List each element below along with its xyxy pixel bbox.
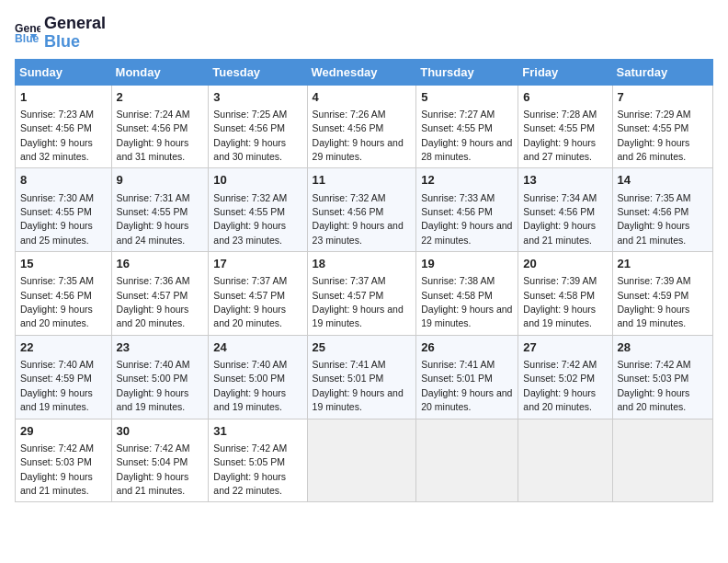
day-number: 17	[213, 256, 301, 272]
weekday-header-row: SundayMondayTuesdayWednesdayThursdayFrid…	[16, 59, 713, 85]
day-info: Sunrise: 7:40 AMSunset: 5:00 PMDaylight:…	[117, 359, 190, 412]
day-info: Sunrise: 7:26 AMSunset: 4:56 PMDaylight:…	[313, 109, 404, 162]
calendar-cell	[416, 419, 518, 502]
calendar-cell: 19 Sunrise: 7:38 AMSunset: 4:58 PMDaylig…	[416, 252, 518, 336]
calendar-week-2: 8 Sunrise: 7:30 AMSunset: 4:55 PMDayligh…	[16, 168, 713, 252]
day-info: Sunrise: 7:42 AMSunset: 5:02 PMDaylight:…	[523, 359, 597, 412]
calendar-cell: 2 Sunrise: 7:24 AMSunset: 4:56 PMDayligh…	[111, 85, 209, 168]
day-number: 15	[20, 256, 107, 272]
calendar-cell	[518, 419, 612, 502]
day-info: Sunrise: 7:31 AMSunset: 4:55 PMDaylight:…	[117, 192, 190, 246]
weekday-header-wednesday: Wednesday	[307, 59, 416, 85]
day-info: Sunrise: 7:42 AMSunset: 5:05 PMDaylight:…	[213, 442, 287, 496]
day-number: 6	[523, 89, 607, 106]
calendar-cell: 29 Sunrise: 7:42 AMSunset: 5:03 PMDaylig…	[16, 419, 112, 502]
calendar-cell: 11 Sunrise: 7:32 AMSunset: 4:56 PMDaylig…	[307, 168, 416, 252]
day-info: Sunrise: 7:37 AMSunset: 4:57 PMDaylight:…	[313, 275, 404, 328]
svg-text:Blue: Blue	[15, 32, 40, 45]
day-info: Sunrise: 7:35 AMSunset: 4:56 PMDaylight:…	[618, 192, 691, 246]
day-number: 12	[421, 172, 513, 189]
calendar-cell: 15 Sunrise: 7:35 AMSunset: 4:56 PMDaylig…	[16, 252, 112, 336]
logo-text: General Blue	[44, 15, 106, 52]
day-number: 28	[618, 339, 708, 356]
day-info: Sunrise: 7:32 AMSunset: 4:55 PMDaylight:…	[213, 192, 287, 246]
day-info: Sunrise: 7:23 AMSunset: 4:56 PMDaylight:…	[20, 109, 94, 162]
day-info: Sunrise: 7:27 AMSunset: 4:55 PMDaylight:…	[421, 109, 512, 162]
calendar-cell: 25 Sunrise: 7:41 AMSunset: 5:01 PMDaylig…	[307, 335, 416, 419]
day-info: Sunrise: 7:32 AMSunset: 4:56 PMDaylight:…	[313, 192, 404, 246]
day-number: 25	[313, 339, 412, 356]
weekday-header-thursday: Thursday	[416, 59, 518, 85]
weekday-header-tuesday: Tuesday	[209, 59, 307, 85]
logo-icon: General Blue	[15, 20, 40, 46]
day-info: Sunrise: 7:42 AMSunset: 5:03 PMDaylight:…	[20, 442, 94, 496]
day-info: Sunrise: 7:37 AMSunset: 4:57 PMDaylight:…	[213, 275, 287, 328]
calendar-week-4: 22 Sunrise: 7:40 AMSunset: 4:59 PMDaylig…	[16, 335, 713, 419]
day-info: Sunrise: 7:41 AMSunset: 5:01 PMDaylight:…	[421, 359, 512, 412]
calendar-table: SundayMondayTuesdayWednesdayThursdayFrid…	[15, 59, 713, 503]
calendar-cell: 12 Sunrise: 7:33 AMSunset: 4:56 PMDaylig…	[416, 168, 518, 252]
calendar-cell: 3 Sunrise: 7:25 AMSunset: 4:56 PMDayligh…	[209, 85, 307, 168]
calendar-cell: 8 Sunrise: 7:30 AMSunset: 4:55 PMDayligh…	[16, 168, 112, 252]
calendar-cell: 13 Sunrise: 7:34 AMSunset: 4:56 PMDaylig…	[518, 168, 612, 252]
calendar-cell: 28 Sunrise: 7:42 AMSunset: 5:03 PMDaylig…	[612, 335, 712, 419]
weekday-header-monday: Monday	[111, 59, 209, 85]
day-info: Sunrise: 7:29 AMSunset: 4:55 PMDaylight:…	[618, 109, 691, 162]
day-info: Sunrise: 7:35 AMSunset: 4:56 PMDaylight:…	[20, 275, 94, 328]
day-number: 4	[313, 89, 412, 106]
calendar-cell: 26 Sunrise: 7:41 AMSunset: 5:01 PMDaylig…	[416, 335, 518, 419]
day-number: 19	[421, 256, 513, 272]
calendar-cell: 23 Sunrise: 7:40 AMSunset: 5:00 PMDaylig…	[111, 335, 209, 419]
day-number: 2	[117, 89, 204, 106]
calendar-cell: 22 Sunrise: 7:40 AMSunset: 4:59 PMDaylig…	[16, 335, 112, 419]
calendar-cell: 6 Sunrise: 7:28 AMSunset: 4:55 PMDayligh…	[518, 85, 612, 168]
day-info: Sunrise: 7:40 AMSunset: 4:59 PMDaylight:…	[20, 359, 94, 412]
calendar-cell: 4 Sunrise: 7:26 AMSunset: 4:56 PMDayligh…	[307, 85, 416, 168]
day-number: 11	[313, 172, 412, 189]
day-number: 18	[313, 256, 412, 272]
day-number: 31	[213, 423, 301, 440]
day-number: 14	[618, 172, 708, 189]
calendar-body: 1 Sunrise: 7:23 AMSunset: 4:56 PMDayligh…	[16, 85, 713, 502]
calendar-cell: 10 Sunrise: 7:32 AMSunset: 4:55 PMDaylig…	[209, 168, 307, 252]
day-info: Sunrise: 7:42 AMSunset: 5:04 PMDaylight:…	[117, 442, 190, 496]
calendar-cell: 30 Sunrise: 7:42 AMSunset: 5:04 PMDaylig…	[111, 419, 209, 502]
calendar-week-1: 1 Sunrise: 7:23 AMSunset: 4:56 PMDayligh…	[16, 85, 713, 168]
day-info: Sunrise: 7:42 AMSunset: 5:03 PMDaylight:…	[618, 359, 691, 412]
day-info: Sunrise: 7:30 AMSunset: 4:55 PMDaylight:…	[20, 192, 94, 246]
day-number: 8	[20, 172, 107, 189]
logo: General Blue General Blue	[15, 15, 106, 52]
calendar-cell: 31 Sunrise: 7:42 AMSunset: 5:05 PMDaylig…	[209, 419, 307, 502]
page-header: General Blue General Blue	[15, 15, 713, 52]
calendar-cell: 18 Sunrise: 7:37 AMSunset: 4:57 PMDaylig…	[307, 252, 416, 336]
calendar-cell: 14 Sunrise: 7:35 AMSunset: 4:56 PMDaylig…	[612, 168, 712, 252]
day-number: 29	[20, 423, 107, 440]
calendar-cell: 9 Sunrise: 7:31 AMSunset: 4:55 PMDayligh…	[111, 168, 209, 252]
calendar-header: SundayMondayTuesdayWednesdayThursdayFrid…	[16, 59, 713, 85]
calendar-cell	[307, 419, 416, 502]
day-info: Sunrise: 7:40 AMSunset: 5:00 PMDaylight:…	[213, 359, 287, 412]
calendar-cell: 16 Sunrise: 7:36 AMSunset: 4:57 PMDaylig…	[111, 252, 209, 336]
day-info: Sunrise: 7:33 AMSunset: 4:56 PMDaylight:…	[421, 192, 512, 246]
calendar-cell: 17 Sunrise: 7:37 AMSunset: 4:57 PMDaylig…	[209, 252, 307, 336]
calendar-week-3: 15 Sunrise: 7:35 AMSunset: 4:56 PMDaylig…	[16, 252, 713, 336]
day-number: 5	[421, 89, 513, 106]
calendar-cell: 1 Sunrise: 7:23 AMSunset: 4:56 PMDayligh…	[16, 85, 112, 168]
day-number: 7	[618, 89, 708, 106]
weekday-header-sunday: Sunday	[16, 59, 112, 85]
day-number: 10	[213, 172, 301, 189]
day-number: 23	[117, 339, 204, 356]
weekday-header-friday: Friday	[518, 59, 612, 85]
calendar-cell: 5 Sunrise: 7:27 AMSunset: 4:55 PMDayligh…	[416, 85, 518, 168]
day-info: Sunrise: 7:34 AMSunset: 4:56 PMDaylight:…	[523, 192, 597, 246]
weekday-header-saturday: Saturday	[612, 59, 712, 85]
day-number: 22	[20, 339, 107, 356]
calendar-cell: 27 Sunrise: 7:42 AMSunset: 5:02 PMDaylig…	[518, 335, 612, 419]
day-number: 20	[523, 256, 607, 272]
day-info: Sunrise: 7:39 AMSunset: 4:59 PMDaylight:…	[618, 275, 691, 328]
day-info: Sunrise: 7:39 AMSunset: 4:58 PMDaylight:…	[523, 275, 597, 328]
day-number: 1	[20, 89, 107, 106]
day-info: Sunrise: 7:25 AMSunset: 4:56 PMDaylight:…	[213, 109, 287, 162]
calendar-week-5: 29 Sunrise: 7:42 AMSunset: 5:03 PMDaylig…	[16, 419, 713, 502]
calendar-cell: 24 Sunrise: 7:40 AMSunset: 5:00 PMDaylig…	[209, 335, 307, 419]
